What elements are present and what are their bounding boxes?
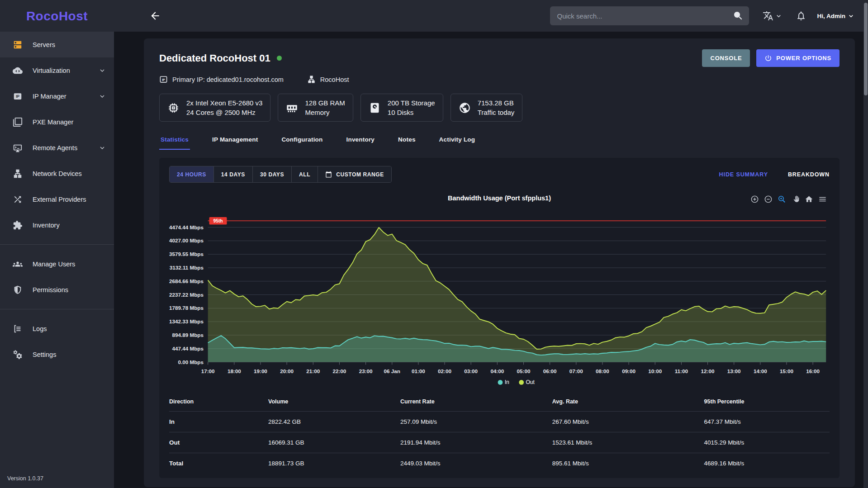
svg-text:447.44 Mbps: 447.44 Mbps bbox=[172, 346, 204, 351]
sidebar-item-ip-manager[interactable]: IP IP Manager bbox=[0, 83, 114, 109]
search-icon[interactable] bbox=[733, 10, 744, 21]
sidebar-item-virtualization[interactable]: Virtualization bbox=[0, 57, 114, 83]
cell-volume: 18891.73 GB bbox=[268, 460, 400, 467]
range-30-days[interactable]: 30 DAYS bbox=[253, 166, 292, 182]
page-scrollbar[interactable] bbox=[863, 0, 868, 488]
sidebar: RocoHost Servers Virtualization IP IP Ma… bbox=[0, 0, 114, 488]
sidebar-item-label: Permissions bbox=[33, 286, 68, 294]
sidebar-item-inventory[interactable]: Inventory bbox=[0, 212, 114, 238]
page-title: Dedicated RocoHost 01 bbox=[159, 52, 270, 64]
table-row-in: In 2822.42 GB 257.09 Mbit/s 267.60 Mbit/… bbox=[169, 411, 830, 432]
tab-ip-management[interactable]: IP Management bbox=[211, 136, 259, 150]
ip-badge-icon: IP bbox=[13, 91, 23, 101]
svg-text:15:00: 15:00 bbox=[780, 368, 793, 374]
range-all[interactable]: ALL bbox=[292, 166, 318, 182]
scrollbar-thumb[interactable] bbox=[864, 3, 868, 95]
cell-volume: 2822.42 GB bbox=[268, 418, 400, 425]
spec-card-ram: 128 GB RAMMemory bbox=[278, 94, 353, 122]
ip-badge-icon: IP bbox=[159, 75, 168, 84]
users-icon bbox=[13, 259, 23, 269]
sidebar-item-manage-users[interactable]: Manage Users bbox=[0, 251, 114, 277]
tab-inventory[interactable]: Inventory bbox=[345, 136, 376, 150]
shield-icon bbox=[13, 285, 23, 295]
hide-summary-link[interactable]: HIDE SUMMARY bbox=[719, 171, 768, 178]
host-group-text: RocoHost bbox=[320, 76, 349, 83]
breakdown-link[interactable]: BREAKDOWN bbox=[788, 171, 830, 178]
svg-text:13:00: 13:00 bbox=[727, 368, 741, 374]
cell-volume: 16069.31 GB bbox=[268, 439, 400, 446]
cell-current-rate: 2191.94 Mbit/s bbox=[400, 439, 552, 446]
svg-text:09:00: 09:00 bbox=[622, 368, 636, 374]
detail-tabs: Statistics IP Management Configuration I… bbox=[159, 136, 840, 150]
range-custom[interactable]: CUSTOM RANGE bbox=[318, 166, 391, 182]
cell-direction: In bbox=[169, 418, 268, 425]
svg-text:21:00: 21:00 bbox=[306, 368, 320, 374]
zoom-out-icon[interactable] bbox=[764, 195, 773, 204]
cell-avg-rate: 267.60 Mbit/s bbox=[552, 418, 704, 425]
svg-text:08:00: 08:00 bbox=[596, 368, 609, 374]
search-input[interactable] bbox=[550, 6, 749, 25]
console-button[interactable]: CONSOLE bbox=[702, 49, 750, 67]
server-meta: IP Primary IP: dedicated01.rocohost.com … bbox=[159, 75, 840, 84]
summary-controls: HIDE SUMMARY BREAKDOWN bbox=[719, 171, 830, 178]
sidebar-divider bbox=[0, 309, 114, 309]
svg-text:20:00: 20:00 bbox=[280, 368, 294, 374]
spec-card-traffic: 7153.28 GBTraffic today bbox=[451, 94, 523, 122]
sidebar-item-label: Settings bbox=[33, 351, 56, 358]
range-24-hours[interactable]: 24 HOURS bbox=[170, 166, 214, 182]
sidebar-item-logs[interactable]: Logs bbox=[0, 316, 114, 341]
puzzle-icon bbox=[13, 220, 23, 230]
translate-icon bbox=[763, 10, 773, 21]
calendar-icon bbox=[325, 171, 332, 178]
tab-configuration[interactable]: Configuration bbox=[280, 136, 324, 150]
user-menu[interactable]: Hi, Admin bbox=[817, 13, 855, 19]
main-area: Hi, Admin Dedicated RocoHost 01 CONSOLE … bbox=[114, 0, 868, 488]
cell-current-rate: 257.09 Mbit/s bbox=[400, 418, 552, 425]
pan-hand-icon[interactable] bbox=[791, 195, 800, 204]
tab-activity-log[interactable]: Activity Log bbox=[438, 136, 477, 150]
sidebar-nav-primary: Servers Virtualization IP IP Manager PXE… bbox=[0, 31, 114, 239]
globe-icon bbox=[459, 102, 471, 114]
home-reset-icon[interactable] bbox=[805, 195, 813, 204]
brand-logo: RocoHost bbox=[0, 0, 114, 31]
sidebar-item-pxe-manager[interactable]: PXE Manager bbox=[0, 109, 114, 135]
sidebar-item-settings[interactable]: Settings bbox=[0, 341, 114, 367]
svg-text:18:00: 18:00 bbox=[228, 368, 241, 374]
power-options-button[interactable]: POWER OPTIONS bbox=[756, 49, 840, 67]
svg-text:23:00: 23:00 bbox=[359, 368, 373, 374]
spec-line2: Memory bbox=[305, 108, 345, 117]
terminal-icon bbox=[13, 143, 23, 153]
sidebar-item-remote-agents[interactable]: Remote Agents bbox=[0, 135, 114, 161]
notifications-button[interactable] bbox=[796, 10, 806, 21]
sidebar-item-servers[interactable]: Servers bbox=[0, 32, 114, 57]
bandwidth-chart[interactable]: 0.00 Mbps447.44 Mbps894.89 Mbps1342.33 M… bbox=[169, 207, 830, 389]
time-range-group: 24 HOURS 14 DAYS 30 DAYS ALL CUSTOM RANG… bbox=[169, 166, 392, 183]
cell-95th: 4689.16 Mbit/s bbox=[704, 460, 830, 467]
host-group: RocoHost bbox=[307, 75, 349, 84]
svg-text:05:00: 05:00 bbox=[517, 368, 531, 374]
zoom-in-icon[interactable] bbox=[750, 195, 759, 204]
language-switcher[interactable] bbox=[763, 10, 782, 21]
svg-text:01:00: 01:00 bbox=[412, 368, 425, 374]
sidebar-item-permissions[interactable]: Permissions bbox=[0, 277, 114, 303]
menu-icon[interactable] bbox=[818, 195, 827, 204]
tab-statistics[interactable]: Statistics bbox=[159, 136, 190, 150]
lan-icon bbox=[13, 169, 23, 179]
svg-text:1342.33 Mbps: 1342.33 Mbps bbox=[169, 318, 204, 324]
sidebar-item-label: Logs bbox=[33, 325, 47, 332]
tab-notes[interactable]: Notes bbox=[397, 136, 417, 150]
sidebar-item-label: Network Devices bbox=[33, 170, 82, 177]
sidebar-item-network-devices[interactable]: Network Devices bbox=[0, 161, 114, 186]
sidebar-item-label: Inventory bbox=[33, 222, 60, 229]
svg-text:03:00: 03:00 bbox=[464, 368, 478, 374]
selection-zoom-icon[interactable] bbox=[778, 195, 786, 204]
bell-icon bbox=[796, 10, 806, 21]
shuffle-icon bbox=[13, 194, 23, 204]
svg-text:3132.11 Mbps: 3132.11 Mbps bbox=[170, 265, 204, 270]
svg-text:In: In bbox=[505, 379, 509, 385]
back-arrow-button[interactable] bbox=[149, 10, 161, 22]
sidebar-item-label: Virtualization bbox=[33, 67, 70, 74]
sidebar-item-external-providers[interactable]: External Providers bbox=[0, 186, 114, 212]
range-14-days[interactable]: 14 DAYS bbox=[214, 166, 253, 182]
svg-text:4474.44 Mbps: 4474.44 Mbps bbox=[169, 224, 204, 230]
